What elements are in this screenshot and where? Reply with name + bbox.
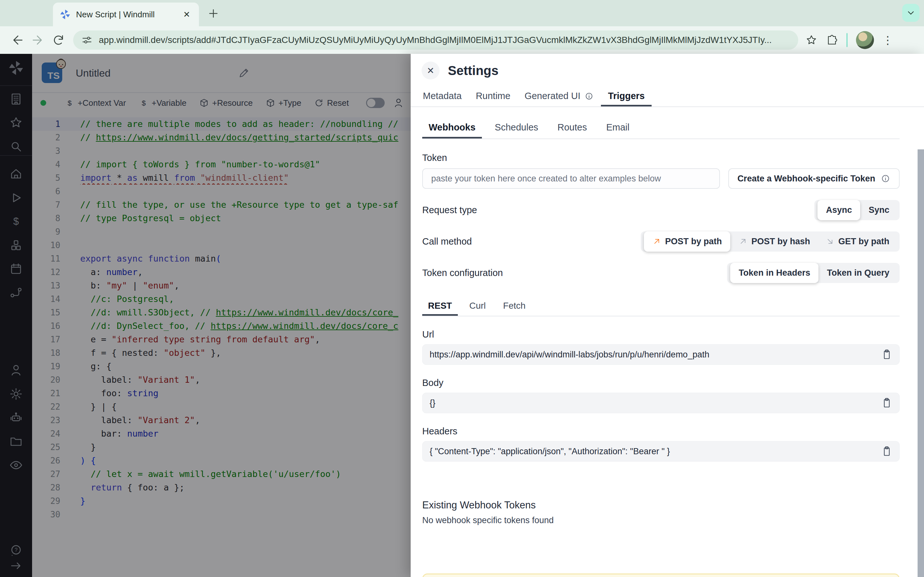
browser-menu-icon[interactable]: ⋮ bbox=[882, 35, 893, 45]
tab-email[interactable]: Email bbox=[599, 118, 636, 139]
browser-tab[interactable]: New Script | Windmill ✕ bbox=[53, 3, 199, 26]
token-label: Token bbox=[422, 153, 900, 163]
option-get-by-path[interactable]: GET by path bbox=[818, 234, 897, 250]
toolbar-separator bbox=[846, 33, 848, 47]
webhook-fields: Urlhttps://app.windmill.dev/api/w/windmi… bbox=[422, 329, 900, 462]
profile-avatar[interactable] bbox=[856, 31, 874, 49]
tab-schedules[interactable]: Schedules bbox=[488, 118, 544, 139]
option-post-by-hash[interactable]: POST by hash bbox=[731, 234, 818, 250]
request-type-label: Request type bbox=[422, 205, 477, 215]
option-label: GET by path bbox=[838, 237, 889, 247]
headers-label: Headers bbox=[422, 426, 900, 437]
url-text: app.windmill.dev/scripts/add#JTdCJTIyaGF… bbox=[99, 35, 790, 45]
info-icon bbox=[880, 173, 891, 184]
bookmark-star-icon[interactable] bbox=[805, 34, 817, 46]
reload-button[interactable] bbox=[51, 33, 65, 47]
headers-value: { "Content-Type": "application/json", "A… bbox=[430, 446, 881, 456]
settings-drawer: ✕ Settings MetadataRuntimeGenerated UITr… bbox=[411, 54, 924, 577]
option-label: Token in Headers bbox=[738, 268, 810, 278]
clipboard-icon bbox=[881, 349, 892, 360]
trigger-tabs: WebhooksSchedulesRoutesEmail bbox=[422, 118, 900, 139]
tab-label: Curl bbox=[469, 301, 486, 311]
url-label: Url bbox=[422, 329, 900, 340]
info-icon bbox=[584, 91, 594, 101]
request-type-row: Request type AsyncSync bbox=[422, 200, 900, 220]
tab-label: Routes bbox=[557, 122, 587, 133]
call-method-label: Call method bbox=[422, 236, 472, 247]
site-settings-icon[interactable] bbox=[81, 35, 92, 45]
chrome-actions: ⋮ bbox=[805, 31, 893, 49]
extensions-puzzle-icon[interactable] bbox=[826, 34, 838, 46]
copy-url-button[interactable] bbox=[881, 349, 892, 360]
browser-toolbar: app.windmill.dev/scripts/add#JTdCJTIyaGF… bbox=[0, 26, 924, 54]
tab-label: Fetch bbox=[503, 301, 525, 311]
url-value: https://app.windmill.dev/api/w/windmill-… bbox=[430, 350, 881, 359]
url-field[interactable]: https://app.windmill.dev/api/w/windmill-… bbox=[422, 344, 900, 365]
body-label: Body bbox=[422, 378, 900, 388]
headers-field[interactable]: { "Content-Type": "application/json", "A… bbox=[422, 441, 900, 462]
create-webhook-token-button[interactable]: Create a Webhook-specific Token bbox=[728, 168, 900, 189]
settings-body: WebhooksSchedulesRoutesEmail Token Creat… bbox=[411, 107, 924, 577]
option-token-in-query[interactable]: Token in Query bbox=[819, 265, 897, 281]
token-input[interactable] bbox=[422, 168, 720, 189]
app-shell: $ ? TS Untitled $+Context Var$+Variable+… bbox=[0, 54, 924, 577]
tab-strip: New Script | Windmill ✕ bbox=[0, 0, 924, 26]
option-label: POST by hash bbox=[751, 237, 810, 247]
tab-routes[interactable]: Routes bbox=[551, 118, 594, 139]
token-config-row: Token configuration Token in HeadersToke… bbox=[422, 263, 900, 283]
tab-label: Metadata bbox=[423, 91, 462, 101]
tab-label: Generated UI bbox=[525, 91, 580, 101]
create-webhook-token-label: Create a Webhook-specific Token bbox=[737, 174, 875, 184]
close-icon[interactable]: ✕ bbox=[422, 61, 439, 79]
arrow-down-right-icon bbox=[825, 237, 835, 246]
tab-triggers[interactable]: Triggers bbox=[601, 87, 652, 106]
settings-tabs: MetadataRuntimeGenerated UITriggers bbox=[411, 87, 924, 107]
token-row: Create a Webhook-specific Token bbox=[422, 168, 900, 189]
tab-webhooks[interactable]: Webhooks bbox=[422, 118, 482, 139]
clipboard-icon bbox=[881, 446, 892, 457]
tab-label: Runtime bbox=[476, 91, 510, 101]
chrome-chevron-button[interactable] bbox=[902, 4, 919, 22]
tab-generated-ui[interactable]: Generated UI bbox=[517, 87, 601, 106]
body-value: {} bbox=[430, 398, 881, 408]
clipboard-icon bbox=[881, 398, 892, 408]
tab-label: REST bbox=[428, 301, 452, 311]
browser-chrome: New Script | Windmill ✕ app.windmill.dev… bbox=[0, 0, 924, 54]
option-label: Sync bbox=[869, 205, 889, 215]
tab-label: Email bbox=[606, 122, 630, 133]
url-bar[interactable]: app.windmill.dev/scripts/add#JTdCJTIyaGF… bbox=[73, 31, 798, 50]
modal-dim-overlay[interactable] bbox=[0, 54, 411, 577]
back-button[interactable] bbox=[10, 33, 24, 47]
arrow-up-right-icon bbox=[652, 237, 661, 246]
forward-button[interactable] bbox=[31, 33, 45, 47]
deployed-path-warning: ! Attached to a deployed path The webhoo… bbox=[422, 574, 900, 577]
tab-close-icon[interactable]: ✕ bbox=[181, 9, 192, 20]
snippet-tabs: RESTCurlFetch bbox=[422, 297, 900, 316]
token-config-label: Token configuration bbox=[422, 268, 503, 278]
option-token-in-headers[interactable]: Token in Headers bbox=[730, 263, 819, 283]
call-method-row: Call method POST by pathPOST by hashGET … bbox=[422, 231, 900, 251]
tab-rest[interactable]: REST bbox=[422, 297, 458, 316]
settings-title: Settings bbox=[448, 63, 499, 78]
copy-body-button[interactable] bbox=[881, 398, 892, 408]
chevron-down-icon bbox=[905, 7, 916, 18]
token-config-segmented: Token in HeadersToken in Query bbox=[727, 263, 900, 283]
copy-headers-button[interactable] bbox=[881, 446, 892, 457]
call-method-segmented: POST by pathPOST by hashGET by path bbox=[641, 231, 900, 251]
windmill-favicon-icon bbox=[59, 9, 71, 20]
existing-tokens-empty: No webhook specific tokens found bbox=[422, 516, 900, 525]
tab-metadata[interactable]: Metadata bbox=[416, 87, 469, 106]
tab-runtime[interactable]: Runtime bbox=[469, 87, 517, 106]
new-tab-button[interactable] bbox=[207, 7, 220, 20]
tab-fetch[interactable]: Fetch bbox=[497, 297, 531, 316]
option-post-by-path[interactable]: POST by path bbox=[644, 231, 730, 251]
option-label: Token in Query bbox=[827, 268, 889, 278]
body-field[interactable]: {} bbox=[422, 393, 900, 413]
option-sync[interactable]: Sync bbox=[861, 202, 897, 218]
tab-label: Schedules bbox=[495, 122, 538, 133]
tab-curl[interactable]: Curl bbox=[464, 297, 491, 316]
drawer-scrollbar[interactable] bbox=[918, 149, 924, 577]
option-async[interactable]: Async bbox=[817, 200, 860, 220]
arrow-up-right-icon bbox=[738, 237, 748, 246]
tab-label: Triggers bbox=[608, 91, 645, 101]
